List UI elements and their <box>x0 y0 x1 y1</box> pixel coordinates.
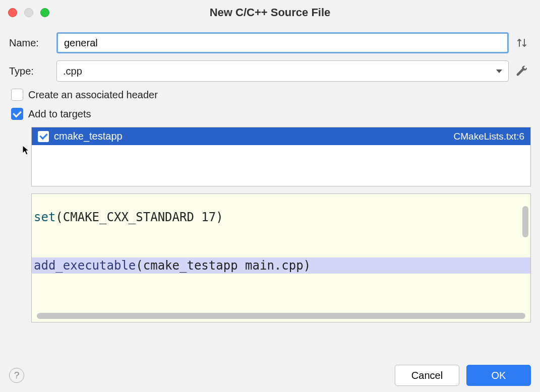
add-targets-label: Add to targets <box>28 108 91 120</box>
add-targets-checkbox[interactable] <box>11 108 23 120</box>
type-select[interactable]: .cpp <box>56 60 509 82</box>
code-preview: set(CMAKE_CXX_STANDARD 17) add_executabl… <box>31 193 531 322</box>
code-line-highlighted: add_executable(cmake_testapp main.cpp) <box>32 257 530 274</box>
help-icon[interactable]: ? <box>9 368 24 383</box>
scrollbar-horizontal[interactable] <box>37 313 525 319</box>
mouse-cursor-icon <box>22 145 29 155</box>
window-minimize-button[interactable] <box>24 8 33 17</box>
create-header-checkbox[interactable] <box>11 89 23 101</box>
target-name: cmake_testapp <box>54 130 123 142</box>
cancel-button[interactable]: Cancel <box>395 365 459 386</box>
name-label: Name: <box>9 37 56 49</box>
name-row: Name: <box>9 32 531 53</box>
create-header-label: Create an associated header <box>28 89 158 101</box>
create-header-row: Create an associated header <box>11 89 531 101</box>
scrollbar-vertical[interactable] <box>522 206 528 237</box>
window-close-button[interactable] <box>8 8 17 17</box>
window-maximize-button[interactable] <box>40 8 49 17</box>
window-title: New C/C++ Source File <box>0 6 540 19</box>
wrench-icon[interactable] <box>513 65 531 77</box>
target-file: CMakeLists.txt:6 <box>454 131 524 142</box>
type-value: .cpp <box>63 66 82 77</box>
form-container: Name: Type: .cpp Create an associated he… <box>0 25 540 322</box>
add-targets-row: Add to targets <box>11 108 531 120</box>
sort-arrows-icon[interactable] <box>513 36 531 49</box>
name-input[interactable] <box>56 32 509 53</box>
chevron-down-icon <box>496 70 502 73</box>
targets-list: cmake_testapp CMakeLists.txt:6 <box>31 127 531 186</box>
titlebar: New C/C++ Source File <box>0 0 540 25</box>
type-label: Type: <box>9 66 56 77</box>
code-line <box>32 241 530 257</box>
ok-button[interactable]: OK <box>466 365 531 386</box>
type-row: Type: .cpp <box>9 60 531 82</box>
traffic-lights <box>8 8 49 17</box>
code-content: set(CMAKE_CXX_STANDARD 17) add_executabl… <box>32 209 530 274</box>
target-row[interactable]: cmake_testapp CMakeLists.txt:6 <box>32 127 530 145</box>
target-row-left: cmake_testapp <box>38 130 123 142</box>
target-checkbox[interactable] <box>38 131 49 142</box>
code-line: set(CMAKE_CXX_STANDARD 17) <box>32 209 530 225</box>
code-line <box>32 225 530 241</box>
footer: ? Cancel OK <box>9 365 531 386</box>
